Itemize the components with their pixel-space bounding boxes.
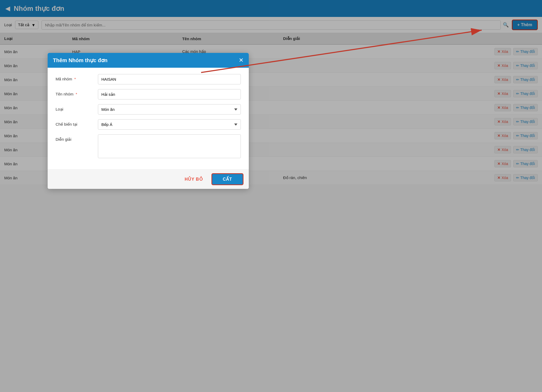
modal-body: Mã nhóm * Tên nhóm * Loại — [48, 68, 249, 169]
huy-bo-button[interactable]: HỦY BỎ — [180, 175, 207, 184]
loai-select-modal[interactable]: Món ăn Thức uống Tráng miệng — [98, 104, 241, 115]
required-star-2: * — [76, 92, 77, 96]
form-row-dien-giai: Diễn giải — [56, 134, 241, 158]
close-icon: ✕ — [239, 57, 243, 63]
dien-giai-textarea[interactable] — [98, 134, 241, 158]
loai-form-label: Loại — [56, 104, 98, 112]
form-row-che-bien: Chế biến tại Bếp Á Bếp Âu Bếp phụ — [56, 119, 241, 130]
modal-overlay: Thêm Nhóm thực đơn ✕ Mã nhóm * — [0, 0, 542, 185]
ten-nhom-input[interactable] — [98, 89, 241, 99]
modal-header: Thêm Nhóm thực đơn ✕ — [48, 53, 249, 68]
cat-button[interactable]: CẤT — [211, 173, 243, 185]
cat-label: CẤT — [223, 177, 232, 181]
ten-nhom-label: Tên nhóm * — [56, 89, 98, 96]
modal-footer: HỦY BỎ CẤT — [48, 169, 249, 185]
form-row-ma-nhom: Mã nhóm * — [56, 74, 241, 84]
che-bien-select[interactable]: Bếp Á Bếp Âu Bếp phụ — [98, 119, 241, 130]
form-row-loai: Loại Món ăn Thức uống Tráng miệng — [56, 104, 241, 115]
form-row-ten-nhom: Tên nhóm * — [56, 89, 241, 99]
modal: Thêm Nhóm thực đơn ✕ Mã nhóm * — [48, 53, 249, 185]
ma-nhom-label: Mã nhóm * — [56, 74, 98, 81]
required-star: * — [74, 77, 76, 81]
huy-bo-label: HỦY BỎ — [185, 177, 203, 181]
modal-title: Thêm Nhóm thực đơn — [53, 57, 107, 63]
ma-nhom-input[interactable] — [98, 74, 241, 84]
modal-close-button[interactable]: ✕ — [239, 57, 243, 63]
dien-giai-form-label: Diễn giải — [56, 134, 98, 142]
che-bien-label: Chế biến tại — [56, 119, 98, 127]
